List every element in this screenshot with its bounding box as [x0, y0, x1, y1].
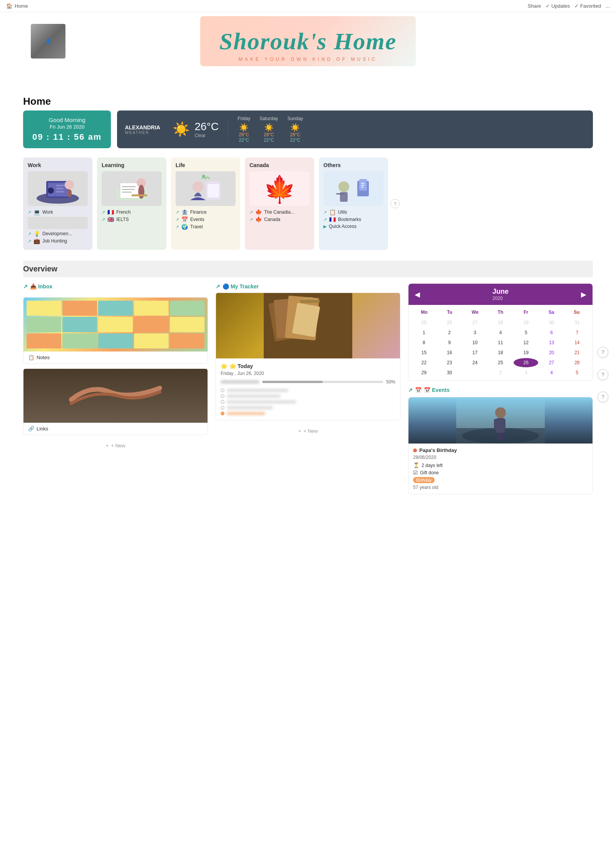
sticky-8: [98, 317, 133, 332]
cal-cell-4[interactable]: 4: [488, 328, 513, 337]
events-header[interactable]: ↗ 📅 📅 Events: [408, 387, 593, 393]
cal-cell-15[interactable]: 15: [412, 348, 436, 357]
inbox-arrow-icon: ↗: [23, 283, 28, 290]
cal-cell-24[interactable]: 24: [463, 358, 487, 367]
cal-cell-30-prev[interactable]: 30: [539, 318, 564, 327]
cal-cell-25-prev[interactable]: 25: [412, 318, 436, 327]
help-button-3[interactable]: ?: [598, 392, 608, 402]
help-button-2[interactable]: ?: [598, 369, 608, 380]
progress-fill: [262, 381, 323, 383]
canada-link-canadiana[interactable]: ↗ 🍁 The Canadia...: [249, 209, 310, 215]
cal-cell-13[interactable]: 13: [539, 338, 564, 347]
tracker-new-button[interactable]: + + New: [216, 425, 400, 437]
dev-icon: 💡: [33, 231, 40, 237]
cal-cell-29[interactable]: 29: [412, 368, 436, 377]
cal-cell-7[interactable]: 7: [565, 328, 589, 337]
learning-link-ielts[interactable]: ↗ 🇬🇧 IELTS: [102, 216, 162, 223]
help-button-1[interactable]: ?: [598, 347, 608, 358]
cal-cell-23[interactable]: 23: [437, 358, 462, 367]
favorited-button[interactable]: ✓ Favorited: [574, 3, 601, 9]
events-arrow-icon: ↗: [408, 387, 413, 393]
arrow-icon-util: ↗: [323, 210, 327, 215]
cal-cell-11[interactable]: 11: [488, 338, 513, 347]
category-canada: Canada 🍁 ↗ 🍁 The Canadia... ↗ 🍁 Canada: [245, 157, 314, 250]
inbox-new-button[interactable]: + + New: [23, 440, 208, 452]
task-circle-1: [221, 388, 224, 392]
cal-cell-2-next[interactable]: 2: [488, 368, 513, 377]
weather-widget: ALEXANDRIA WEATHER ☀️ 26°C Clear Friday …: [117, 110, 593, 148]
cal-cell-22[interactable]: 22: [412, 358, 436, 367]
others-link-bookmarks[interactable]: ↗ 🇫🇷 Bookmarks: [323, 216, 383, 223]
others-link-quickaccess[interactable]: ▶ Quick Access: [323, 224, 383, 229]
cal-cell-3[interactable]: 3: [463, 328, 487, 337]
help-button-categories[interactable]: ?: [390, 199, 400, 208]
inbox-header[interactable]: ↗ 📥 Inbox: [23, 283, 208, 290]
cal-cell-27[interactable]: 27: [539, 358, 564, 367]
cal-cell-28-prev[interactable]: 28: [488, 318, 513, 327]
svg-point-3: [48, 187, 54, 194]
share-button[interactable]: Share: [528, 3, 541, 9]
event-gift: Gift done: [420, 470, 439, 475]
cal-cell-31-prev[interactable]: 31: [565, 318, 589, 327]
event-age-row: 57 years old: [413, 485, 588, 490]
cal-cell-28[interactable]: 28: [565, 358, 589, 367]
cal-cell-1[interactable]: 1: [412, 328, 436, 337]
tracker-new-label: + New: [303, 428, 318, 434]
cal-cell-18[interactable]: 18: [488, 348, 513, 357]
canada-link-canada[interactable]: ↗ 🍁 Canada: [249, 216, 310, 223]
cal-cell-19[interactable]: 19: [514, 348, 538, 357]
tracker-body: 🌟 🌟 Today Friday , Jun 26, 2020 50%: [216, 358, 400, 420]
cal-cell-6[interactable]: 6: [539, 328, 564, 337]
others-link-utils[interactable]: ↗ 📋 Utils: [323, 209, 383, 215]
home-icon: 🏠: [6, 3, 12, 9]
more-button[interactable]: ...: [606, 3, 610, 9]
cal-cell-20[interactable]: 20: [539, 348, 564, 357]
cal-cell-5-next[interactable]: 5: [565, 368, 589, 377]
cal-cell-26-prev[interactable]: 26: [437, 318, 462, 327]
cal-cell-8[interactable]: 8: [412, 338, 436, 347]
cal-cell-16[interactable]: 16: [437, 348, 462, 357]
cal-cell-2[interactable]: 2: [437, 328, 462, 337]
cal-cell-9[interactable]: 9: [437, 338, 462, 347]
work-link-job[interactable]: ↗ 💼 Job Hunting: [28, 238, 88, 244]
calendar-prev-button[interactable]: ◀: [415, 290, 420, 299]
cal-cell-17[interactable]: 17: [463, 348, 487, 357]
cal-cell-5[interactable]: 5: [514, 328, 538, 337]
category-work-image: [28, 171, 88, 206]
forecast-saturday: Saturday ☀️ 28°C 22°C: [259, 116, 278, 143]
life-link-events[interactable]: ↗ 📅 Events: [176, 216, 236, 223]
svg-rect-16: [132, 194, 147, 196]
task-3: [221, 400, 395, 404]
calendar-next-button[interactable]: ▶: [581, 290, 586, 299]
updates-button[interactable]: ✓ Updates: [546, 3, 570, 9]
cal-cell-3-next[interactable]: 3: [514, 368, 538, 377]
cal-cell-27-prev[interactable]: 27: [463, 318, 487, 327]
today-text: 🌟 Today: [229, 363, 253, 369]
cal-cell-12[interactable]: 12: [514, 338, 538, 347]
arrow-icon-can1: ↗: [249, 210, 253, 215]
cal-cell-29-prev[interactable]: 29: [514, 318, 538, 327]
cal-cell-25[interactable]: 25: [488, 358, 513, 367]
work-link-work[interactable]: ↗ 💻 Work: [28, 209, 88, 215]
cal-cell-4-next[interactable]: 4: [539, 368, 564, 377]
links-card[interactable]: 🔗 Links: [23, 368, 208, 435]
sticky-12: [62, 333, 97, 348]
forecast-friday: Friday ☀️ 28°C 22°C: [238, 116, 250, 143]
life-link-travel[interactable]: ↗ 🌍 Travel: [176, 224, 236, 230]
cal-cell-21[interactable]: 21: [565, 348, 589, 357]
cal-cell-30[interactable]: 30: [437, 368, 462, 377]
learning-link-french[interactable]: ↗ 🇫🇷 French: [102, 209, 162, 215]
hero-section: 👤 Shorouk's Home MAKE YOUR OWN KIND OF M…: [0, 12, 616, 89]
cal-cell-10[interactable]: 10: [463, 338, 487, 347]
cal-cell-26-today[interactable]: 26: [514, 358, 538, 367]
svg-rect-18: [208, 184, 219, 198]
cal-cell-14[interactable]: 14: [565, 338, 589, 347]
life-link-finance[interactable]: ↗ 🏦 Finance: [176, 209, 236, 215]
work-link-dev[interactable]: ↗ 💡 Developmen...: [28, 231, 88, 237]
weather-current: ☀️ 26°C Clear: [163, 121, 228, 138]
home-label[interactable]: Home: [15, 3, 28, 9]
notes-card[interactable]: 📋 Notes: [23, 297, 208, 364]
bookmarks-icon: 🇫🇷: [329, 216, 336, 223]
svg-rect-24: [361, 183, 364, 184]
tracker-header[interactable]: ↗ 🔵 My Tracker: [216, 283, 400, 290]
